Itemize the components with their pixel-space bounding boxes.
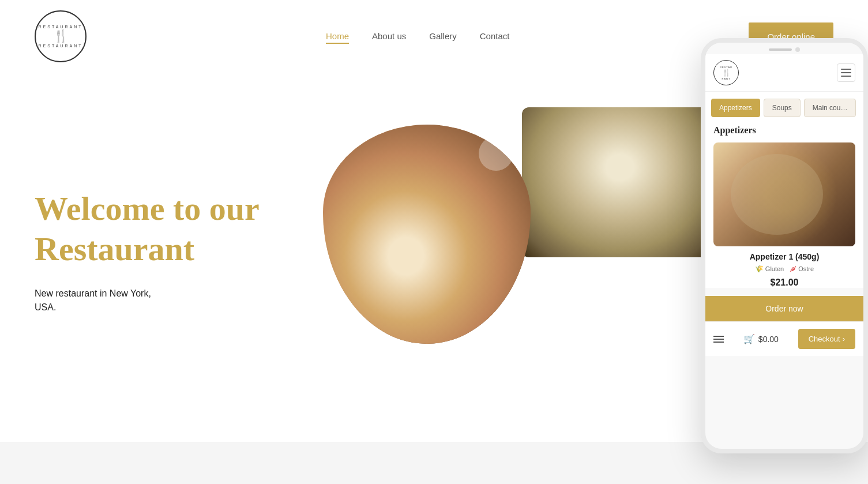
logo-text-bottom: RESTAURANT — [39, 44, 83, 48]
checkout-label: Checkout — [809, 335, 840, 343]
category-tabs: Appetizers Soups Main cou… — [705, 92, 863, 117]
hamburger-button[interactable] — [837, 63, 855, 82]
order-now-button[interactable]: Order now — [705, 296, 863, 321]
mobile-preview: RESTAU 🍴 RANT Appetizers Soups Main cou…… — [701, 38, 868, 453]
rolls-decoration — [731, 154, 823, 235]
phone-notch-line — [769, 48, 792, 51]
phone-notch-dot — [795, 47, 800, 52]
cart-display: 🛒 $0.00 — [743, 333, 779, 344]
logo-area: RESTAURANT 🍴 RESTAURANT — [35, 10, 87, 62]
cart-amount: $0.00 — [758, 335, 779, 344]
pepper-icon: 🌶 — [790, 265, 796, 273]
food-image-main — [323, 125, 531, 344]
hero-text: Welcome to our Restaurant New restaurant… — [35, 189, 277, 314]
footer-menu-line-1 — [713, 336, 724, 337]
tag-gluten: 🌾 Gluten — [755, 265, 784, 273]
hero-subtitle-line2: USA. — [35, 302, 56, 312]
hero-title: Welcome to our Restaurant — [35, 189, 277, 269]
phone-notch-bar — [705, 43, 863, 54]
nav-links: Home About us Gallery Contact — [326, 31, 509, 42]
checkout-button[interactable]: Checkout › — [798, 329, 855, 349]
app-body: Appetizers Appetizer 1 (450g) 🌾 Gluten 🌶 — [705, 117, 863, 288]
hero-subtitle: New restaurant in New York, USA. — [35, 287, 277, 314]
food-card-name: Appetizer 1 (450g) — [713, 252, 855, 261]
tag-ostre: 🌶 Ostre — [790, 265, 814, 273]
tab-main-course[interactable]: Main cou… — [804, 99, 856, 117]
nav-item-home[interactable]: Home — [326, 31, 349, 42]
logo-text-top: RESTAURANT — [39, 25, 83, 29]
food-image-back — [522, 107, 718, 257]
footer-menu-line-2 — [713, 339, 724, 340]
nav-link-home[interactable]: Home — [326, 31, 349, 44]
wheat-icon: 🌾 — [755, 265, 764, 273]
food-card: Appetizer 1 (450g) 🌾 Gluten 🌶 Ostre $21.… — [713, 142, 855, 288]
app-section-title: Appetizers — [713, 125, 855, 136]
tab-appetizers[interactable]: Appetizers — [711, 99, 760, 117]
food-card-price: $21.00 — [713, 277, 855, 288]
nav-item-contact[interactable]: Contact — [480, 31, 510, 42]
cart-icon: 🛒 — [743, 333, 755, 344]
food-card-image-inner — [713, 142, 855, 246]
hamburger-line-2 — [841, 72, 851, 73]
tag-ostre-label: Ostre — [798, 265, 814, 272]
hamburger-line-1 — [841, 69, 851, 70]
hero-section: Welcome to our Restaurant New restaurant… — [0, 73, 868, 442]
app-logo-text-bottom: RANT — [722, 77, 731, 80]
nav-link-about[interactable]: About us — [372, 31, 406, 41]
app-header: RESTAU 🍴 RANT — [705, 54, 863, 92]
nav-item-about[interactable]: About us — [372, 31, 406, 42]
checkout-arrow-icon: › — [843, 335, 845, 343]
tag-gluten-label: Gluten — [765, 265, 784, 272]
food-card-image — [713, 142, 855, 246]
hero-subtitle-line1: New restaurant in New York, — [35, 288, 151, 298]
hamburger-line-3 — [841, 76, 851, 77]
app-footer: 🛒 $0.00 Checkout › — [705, 321, 863, 356]
footer-menu-line-3 — [713, 342, 724, 343]
footer-menu-button[interactable] — [713, 336, 724, 343]
logo: RESTAURANT 🍴 RESTAURANT — [35, 10, 87, 62]
nav-link-gallery[interactable]: Gallery — [429, 31, 457, 41]
food-card-tags: 🌾 Gluten 🌶 Ostre — [713, 265, 855, 273]
nav-item-gallery[interactable]: Gallery — [429, 31, 457, 42]
app-logo: RESTAU 🍴 RANT — [713, 60, 739, 85]
tab-soups[interactable]: Soups — [764, 99, 801, 117]
fork-knife-icon: 🍴 — [53, 30, 69, 43]
app-fork-icon: 🍴 — [722, 69, 731, 77]
nav-link-contact[interactable]: Contact — [480, 31, 510, 41]
